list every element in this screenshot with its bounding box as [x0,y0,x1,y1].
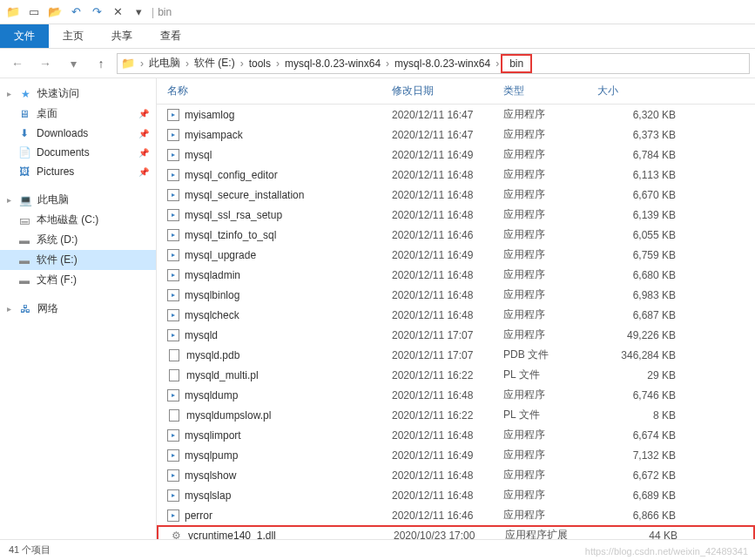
sidebar-label: 此电脑 [37,192,69,207]
file-type: 应用程序 [503,227,597,242]
file-name: ▸mysql_upgrade [167,249,392,261]
file-size: 6,687 KB [597,309,693,321]
sidebar-desktop[interactable]: 🖥桌面📌 [0,104,156,124]
sidebar-pictures[interactable]: 🖼Pictures📌 [0,162,156,181]
column-headers: 名称 修改日期 类型 大小 [157,78,755,105]
tab-view[interactable]: 查看 [146,24,195,48]
file-size: 6,784 KB [597,149,693,161]
sidebar-label: Downloads [37,127,88,139]
breadcrumb-item[interactable]: mysql-8.0.23-winx64 [281,57,384,70]
sidebar-this-pc[interactable]: ▸💻此电脑 [0,190,156,210]
file-row[interactable]: ▸mysqlslap2020/12/11 16:48应用程序6,689 KB [157,485,755,505]
sidebar-network[interactable]: ▸🖧网络 [0,299,156,319]
nav-history-button[interactable]: ▾ [61,52,85,75]
file-type: 应用程序 [503,307,597,322]
tab-home[interactable]: 主页 [49,24,98,48]
delete-icon[interactable]: ✕ [108,3,127,21]
file-row[interactable]: ▸perror2020/12/11 16:46应用程序6,866 KB [157,505,755,525]
undo-icon[interactable]: ↶ [66,3,85,21]
download-icon: ⬇ [17,126,31,140]
file-size: 6,672 KB [597,469,693,482]
file-row[interactable]: mysqld_multi.pl2020/12/11 16:22PL 文件29 K… [157,365,755,385]
nav-fwd-button[interactable]: → [33,52,57,75]
file-name: ▸mysql_config_editor [167,169,392,181]
breadcrumb-item[interactable]: 软件 (E:) [191,56,239,71]
chevron-right-icon: ▸ [7,195,11,205]
file-name: mysqldumpslow.pl [167,408,392,422]
exe-icon: ▸ [167,489,179,502]
file-row[interactable]: ▸mysql_upgrade2020/12/11 16:49应用程序6,759 … [157,245,755,265]
breadcrumb-item[interactable]: mysql-8.0.23-winx64 [391,57,494,70]
sidebar-label: 快速访问 [37,86,79,101]
file-name: ⚙vcruntime140_1.dll [169,529,394,540]
file-row[interactable]: ▸myisampack2020/12/11 16:47应用程序6,373 KB [157,125,755,145]
props-icon[interactable]: ▭ [24,3,44,21]
file-row[interactable]: ▸mysqlbinlog2020/12/11 16:48应用程序6,983 KB [157,285,755,305]
desktop-icon: 🖥 [17,107,31,121]
sidebar-drive-d[interactable]: ▬系统 (D:) [0,230,156,250]
chevron-right-icon[interactable]: › [239,57,246,70]
titlebar-sep: | [152,6,154,18]
sidebar-drive-f[interactable]: ▬文档 (F:) [0,270,156,290]
file-row[interactable]: ▸mysqlpump2020/12/11 16:49应用程序7,132 KB [157,445,755,465]
breadcrumb-item-current[interactable]: bin [501,54,532,73]
file-size: 6,139 KB [597,209,693,221]
sidebar-label: 软件 (E:) [37,253,78,267]
header-name[interactable]: 名称 [167,84,392,98]
sidebar-drive-e[interactable]: ▬软件 (E:) [0,250,156,270]
sidebar-label: 文档 (F:) [37,273,77,287]
tab-share[interactable]: 共享 [98,24,146,48]
file-row[interactable]: ▸mysqld2020/12/11 17:07应用程序49,226 KB [157,325,755,345]
document-icon: 📄 [17,145,31,159]
sidebar-downloads[interactable]: ⬇Downloads📌 [0,124,156,143]
file-row[interactable]: ▸mysqladmin2020/12/11 16:48应用程序6,680 KB [157,265,755,285]
breadcrumb-item[interactable]: tools [246,57,274,70]
file-row[interactable]: ▸myisamlog2020/12/11 16:47应用程序6,320 KB [157,105,755,125]
file-row[interactable]: ⚙vcruntime140_1.dll2020/10/23 17:00应用程序扩… [157,525,755,539]
nav-up-button[interactable]: ↑ [89,52,113,75]
nav-back-button[interactable]: ← [5,52,30,75]
chevron-right-icon[interactable]: › [138,57,145,70]
header-size[interactable]: 大小 [597,84,693,98]
sidebar-quick-access[interactable]: ▸★快速访问 [0,84,156,104]
file-row[interactable]: mysqldumpslow.pl2020/12/11 16:22PL 文件8 K… [157,405,755,425]
file-row[interactable]: ▸mysql_secure_installation2020/12/11 16:… [157,185,755,205]
qat-dropdown-icon[interactable]: ▾ [129,3,148,21]
breadcrumb-item[interactable]: 此电脑 [145,56,184,71]
file-row[interactable]: ▸mysql2020/12/11 16:49应用程序6,784 KB [157,145,755,165]
folder-icon[interactable]: 📁 [3,3,23,21]
drive-icon: ▬ [17,233,31,247]
chevron-right-icon[interactable]: › [274,57,281,70]
exe-icon: ▸ [167,109,179,121]
header-type[interactable]: 类型 [503,84,597,98]
file-date: 2020/12/11 16:48 [392,169,503,181]
file-row[interactable]: mysqld.pdb2020/12/11 17:07PDB 文件346,284 … [157,345,755,365]
pin-icon: 📌 [138,148,149,158]
sidebar-documents[interactable]: 📄Documents📌 [0,143,156,162]
sidebar-drive-c[interactable]: 🖴本地磁盘 (C:) [0,210,156,230]
file-date: 2020/12/11 16:46 [392,509,503,522]
header-date[interactable]: 修改日期 [392,84,503,98]
file-size: 8 KB [597,409,693,422]
chevron-right-icon[interactable]: › [184,57,191,70]
file-row[interactable]: ▸mysql_tzinfo_to_sql2020/12/11 16:46应用程序… [157,225,755,245]
open-folder-icon[interactable]: 📂 [45,3,64,21]
breadcrumb[interactable]: 📁 › 此电脑 › 软件 (E:) › tools › mysql-8.0.23… [117,53,750,74]
chevron-right-icon[interactable]: › [384,57,391,70]
file-row[interactable]: ▸mysql_config_editor2020/12/11 16:48应用程序… [157,165,755,185]
file-row[interactable]: ▸mysqlimport2020/12/11 16:48应用程序6,674 KB [157,425,755,445]
file-row[interactable]: ▸mysql_ssl_rsa_setup2020/12/11 16:48应用程序… [157,205,755,225]
file-row[interactable]: ▸mysqlshow2020/12/11 16:48应用程序6,672 KB [157,465,755,485]
file-type: 应用程序 [503,508,597,523]
file-name: ▸mysqld [167,329,392,341]
tab-file[interactable]: 文件 [0,24,49,48]
exe-icon: ▸ [167,249,179,261]
redo-icon[interactable]: ↷ [87,3,106,21]
file-list[interactable]: ▸myisamlog2020/12/11 16:47应用程序6,320 KB▸m… [157,105,755,539]
file-date: 2020/12/11 16:46 [392,229,503,241]
file-icon [167,368,181,382]
chevron-right-icon[interactable]: › [494,57,501,70]
file-row[interactable]: ▸mysqlcheck2020/12/11 16:48应用程序6,687 KB [157,305,755,325]
file-row[interactable]: ▸mysqldump2020/12/11 16:48应用程序6,746 KB [157,385,755,405]
file-type: 应用程序 [503,207,597,222]
